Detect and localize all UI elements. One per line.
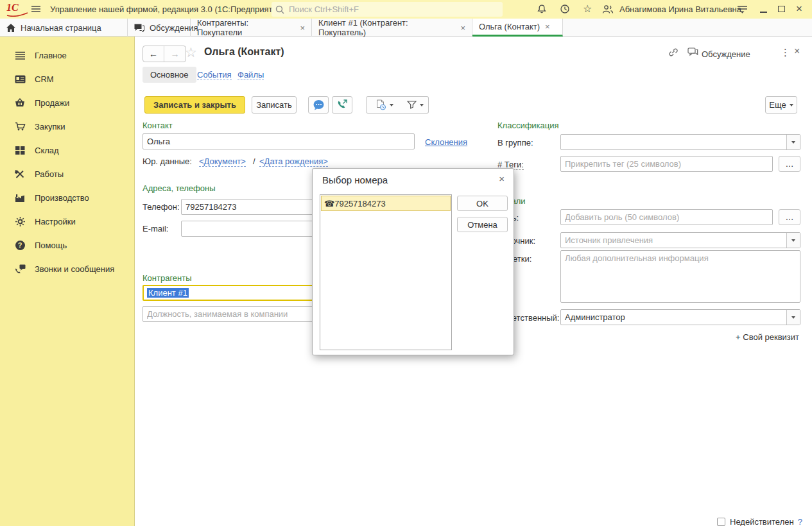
dialog-close-icon[interactable]: × [499, 173, 505, 184]
current-user-name[interactable]: Абнагимова Ирина Витальевна [619, 4, 741, 14]
source-combobox[interactable]: Источник привлечения [560, 232, 800, 248]
chat-bubble-icon [313, 99, 325, 110]
add-to-favorites-star-icon[interactable]: ☆ [185, 45, 197, 60]
contact-card-icon [14, 75, 26, 83]
section-heading-addresses: Адреса, телефоны [143, 183, 216, 193]
sidebar-item-proizvodstvo[interactable]: Производство [0, 189, 135, 206]
app-title: Управление нашей фирмой, редакция 3.0 (1… [50, 4, 284, 14]
funnel-icon [407, 101, 417, 109]
invalid-checkbox-row: Недействителен ? [717, 517, 802, 526]
tags-input[interactable] [560, 156, 773, 172]
section-heading-classification: Классификация [497, 121, 559, 130]
save-and-close-button[interactable]: Записать и закрыть [144, 96, 245, 114]
chevron-down-icon [791, 316, 795, 319]
tab-close-icon[interactable]: × [545, 22, 550, 31]
create-document-dropdown-button[interactable] [366, 96, 403, 114]
legal-separator: / [253, 157, 255, 166]
form-close-icon[interactable]: × [794, 46, 800, 57]
window-close-button[interactable]: × [796, 3, 802, 15]
more-actions-button[interactable]: Еще [765, 96, 797, 114]
help-icon: ? [14, 241, 26, 250]
invalid-checkbox[interactable] [717, 518, 725, 526]
basket-icon [14, 98, 26, 107]
tab-home[interactable]: Начальная страница [0, 19, 128, 37]
sidebar-item-glavnoe[interactable]: Главное [0, 47, 135, 64]
document-link[interactable]: <Документ> [199, 157, 246, 167]
window-minimize-button[interactable] [760, 12, 767, 13]
responsible-combobox[interactable]: Администратор [560, 309, 800, 325]
gear-icon [14, 217, 26, 226]
favorites-star-icon[interactable]: ☆ [583, 4, 592, 14]
custom-attribute-link[interactable]: + Свой реквизит [642, 332, 799, 342]
history-icon[interactable] [560, 4, 570, 16]
declension-link[interactable]: Склонения [425, 137, 467, 147]
sidebar-item-nastroyki[interactable]: Настройки [0, 213, 135, 230]
tags-select-button[interactable]: … [779, 156, 800, 172]
help-question-link[interactable]: ? [798, 517, 802, 526]
copy-link-icon[interactable] [668, 47, 678, 59]
dropdown-button[interactable] [786, 233, 800, 248]
main-menu-icon[interactable] [31, 5, 41, 15]
send-message-button[interactable] [308, 96, 329, 114]
call-button[interactable] [332, 96, 352, 114]
tab-close-icon[interactable]: × [300, 23, 305, 33]
tab-counterparties[interactable]: Контрагенты: Покупатели × [191, 19, 312, 37]
group-combobox[interactable] [560, 134, 800, 150]
dropdown-button[interactable] [786, 135, 800, 149]
service-menu-icon[interactable] [737, 5, 748, 15]
ok-button[interactable]: OK [457, 196, 508, 211]
tab-client[interactable]: Клиент #1 (Контрагент: Покупатель) × [312, 19, 472, 37]
warehouse-icon [14, 146, 26, 155]
users-icon[interactable] [602, 4, 614, 16]
sidebar-item-raboty[interactable]: Работы [0, 165, 135, 182]
window-maximize-button[interactable] [778, 6, 785, 12]
sidebar-item-prodazhi[interactable]: Продажи [0, 94, 135, 111]
group-label: В группе: [497, 138, 533, 148]
phone-icon: ☎ [324, 199, 334, 208]
filter-dropdown-button[interactable] [402, 96, 429, 114]
sidebar-item-zakupki[interactable]: Закупки [0, 118, 135, 135]
cancel-button[interactable]: Отмена [457, 217, 508, 232]
number-list-item[interactable]: ☎79257184273 [321, 196, 451, 211]
subtab-files[interactable]: Файлы [238, 70, 264, 80]
tab-discussions[interactable]: Обсуждения [128, 19, 191, 37]
contact-name-input[interactable] [143, 133, 415, 149]
selected-text: Клиент #1 [147, 288, 189, 298]
global-search[interactable] [272, 2, 503, 17]
history-nav-group: ← → [143, 46, 186, 62]
sections-sidebar: Главное CRM Продажи Закупки Склад Работы… [0, 37, 135, 526]
forward-button[interactable]: → [164, 46, 186, 62]
notes-textarea[interactable] [560, 250, 800, 303]
dropdown-button[interactable] [786, 310, 800, 325]
section-heading-counterparties: Контрагенты [143, 273, 192, 283]
email-label: E-mail: [143, 224, 168, 233]
sidebar-item-sklad[interactable]: Склад [0, 142, 135, 158]
role-input[interactable] [560, 209, 773, 225]
notifications-bell-icon[interactable] [537, 4, 547, 16]
search-input[interactable] [288, 4, 480, 15]
tab-olga-contact[interactable]: Ольга (Контакт) × [472, 19, 563, 37]
role-select-button[interactable]: … [779, 209, 800, 225]
number-list[interactable]: ☎79257184273 [320, 194, 452, 350]
page-title: Ольга (Контакт) [204, 46, 284, 58]
discussion-icon[interactable] [687, 47, 698, 58]
app-window: { "titlebar": { "logo": "1С", "app_title… [0, 0, 812, 526]
sidebar-item-pomosch[interactable]: ? Помощь [0, 237, 135, 253]
factory-icon [14, 194, 26, 202]
1c-logo[interactable]: 1С [6, 2, 28, 17]
menu-icon [14, 51, 26, 60]
chat-bubbles-icon [134, 24, 144, 32]
section-heading-contact: Контакт [143, 121, 173, 130]
subtab-main[interactable]: Основное [143, 67, 196, 83]
tab-close-icon[interactable]: × [460, 23, 465, 33]
discussion-link[interactable]: Обсуждение [702, 49, 750, 59]
birthdate-link[interactable]: <Дата рождения> [259, 157, 328, 167]
save-button[interactable]: Записать [252, 96, 297, 114]
number-selection-dialog: Выбор номера × ☎79257184273 OK Отмена [312, 168, 514, 355]
more-menu-dots-icon[interactable]: ⋮ [781, 47, 790, 58]
back-button[interactable]: ← [143, 46, 164, 62]
sidebar-item-zvonki[interactable]: Звонки и сообщения [0, 260, 135, 277]
phone-label: Телефон: [143, 202, 180, 212]
subtab-events[interactable]: События [197, 70, 232, 80]
sidebar-item-crm[interactable]: CRM [0, 71, 135, 87]
